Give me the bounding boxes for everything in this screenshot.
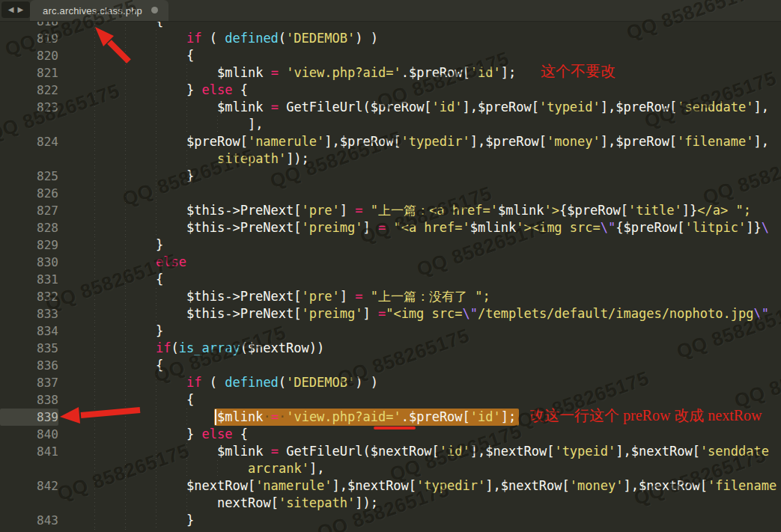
code-text: $this->PreNext['preimg'] = "<a href='$ml… bbox=[186, 219, 769, 236]
code-line[interactable]: 822} else { bbox=[0, 82, 781, 99]
indent-guide bbox=[125, 340, 126, 357]
line-number[interactable]: 830 bbox=[0, 254, 58, 271]
line-number[interactable]: 835 bbox=[0, 340, 58, 357]
line-number[interactable] bbox=[0, 495, 58, 512]
tab-arc-archives-class-php[interactable]: arc.archives.class.php bbox=[30, 0, 168, 21]
code-area[interactable]: 818{819if ( defined('DEDEMOB') )820{821$… bbox=[0, 0, 781, 532]
code-line[interactable]: 832$this->PreNext['pre'] = "上一篇：没有了 "; bbox=[0, 288, 781, 305]
line-number[interactable]: 833 bbox=[0, 305, 58, 322]
indent-guide bbox=[94, 185, 95, 202]
code-line[interactable]: arcrank'], bbox=[0, 460, 781, 477]
line-number[interactable] bbox=[0, 460, 58, 477]
line-number[interactable]: 843 bbox=[0, 512, 58, 529]
indent-guide bbox=[125, 116, 126, 133]
code-line[interactable]: 836{ bbox=[0, 357, 781, 374]
code-line[interactable]: 824$preRow['namerule'],$preRow['typedir'… bbox=[0, 133, 781, 150]
indent-guide bbox=[156, 391, 156, 409]
indent-guide bbox=[94, 357, 95, 374]
line-number[interactable]: 832 bbox=[0, 288, 58, 305]
code-line[interactable]: 833$this->PreNext['preimg'] ="<img src=\… bbox=[0, 305, 781, 322]
code-text: if ( defined('DEDEMOB') ) bbox=[186, 374, 378, 391]
code-line[interactable]: 835if(is_array($nextRow)) bbox=[0, 340, 781, 357]
line-number[interactable]: 836 bbox=[0, 357, 58, 374]
code-line[interactable]: 834} bbox=[0, 322, 781, 340]
indent-guide bbox=[186, 443, 187, 460]
code-line[interactable]: 819if ( defined('DEDEMOB') ) bbox=[0, 30, 781, 47]
line-number[interactable]: 824 bbox=[0, 133, 58, 150]
line-number[interactable]: 823 bbox=[0, 99, 58, 116]
code-text: { bbox=[186, 47, 194, 64]
code-line[interactable]: 840} else { bbox=[0, 426, 781, 443]
line-number[interactable]: 828 bbox=[0, 219, 58, 236]
indent-guide bbox=[156, 150, 156, 168]
code-line[interactable]: 843} bbox=[0, 512, 781, 529]
indent-guide bbox=[94, 271, 95, 288]
indent-guide bbox=[94, 202, 95, 219]
indent-guide bbox=[186, 150, 187, 168]
line-number[interactable]: 834 bbox=[0, 322, 58, 340]
indent-guide bbox=[125, 99, 126, 116]
indent-guide bbox=[156, 116, 156, 133]
code-text: } bbox=[186, 168, 194, 185]
code-line[interactable]: 826 bbox=[0, 185, 781, 202]
code-line[interactable]: 827$this->PreNext['pre'] = "上一篇：<a href=… bbox=[0, 202, 781, 219]
code-line[interactable]: 820{ bbox=[0, 47, 781, 64]
indent-guide bbox=[125, 288, 126, 305]
code-line[interactable]: 828$this->PreNext['preimg'] = "<a href='… bbox=[0, 219, 781, 236]
line-number[interactable]: 839 bbox=[0, 409, 58, 426]
code-text: $nextRow['namerule'],$nextRow['typedir']… bbox=[186, 477, 777, 495]
line-number[interactable]: 844 bbox=[0, 529, 58, 532]
code-text: $mlink = 'view.php?aid='.$preRow['id']; bbox=[217, 64, 516, 82]
line-number[interactable]: 831 bbox=[0, 271, 58, 288]
line-number[interactable]: 825 bbox=[0, 168, 58, 185]
indent-guide bbox=[156, 219, 156, 236]
indent-guide bbox=[125, 185, 126, 202]
code-line[interactable]: 841$mlink = GetFileUrl($nextRow['id'],$n… bbox=[0, 443, 781, 460]
code-line[interactable]: 831{ bbox=[0, 271, 781, 288]
indent-guide bbox=[156, 460, 156, 477]
text-caret bbox=[215, 409, 216, 425]
code-line[interactable]: 821$mlink = 'view.php?aid='.$preRow['id'… bbox=[0, 64, 781, 82]
indent-guide bbox=[94, 82, 95, 99]
indent-guide bbox=[156, 99, 156, 116]
code-line[interactable]: 823$mlink = GetFileUrl($preRow['id'],$pr… bbox=[0, 99, 781, 116]
line-number[interactable] bbox=[0, 116, 58, 133]
indent-guide bbox=[125, 495, 126, 512]
code-line[interactable]: sitepath']); bbox=[0, 150, 781, 168]
indent-guide bbox=[94, 460, 95, 477]
code-line[interactable]: 844 bbox=[0, 529, 781, 532]
line-number[interactable]: 826 bbox=[0, 185, 58, 202]
code-text: $this->PreNext['pre'] = "上一篇：<a href='$m… bbox=[186, 202, 751, 219]
code-line[interactable]: 837if ( defined('DEDEMOB') ) bbox=[0, 374, 781, 391]
indent-guide bbox=[125, 460, 126, 477]
line-number[interactable]: 822 bbox=[0, 82, 58, 99]
line-number[interactable]: 820 bbox=[0, 47, 58, 64]
code-line[interactable]: 825} bbox=[0, 168, 781, 185]
line-number[interactable]: 841 bbox=[0, 443, 58, 460]
code-line[interactable]: ], bbox=[0, 116, 781, 133]
line-number[interactable]: 821 bbox=[0, 64, 58, 82]
code-line[interactable]: nextRow['sitepath']); bbox=[0, 495, 781, 512]
indent-guide bbox=[94, 340, 95, 357]
line-number[interactable]: 819 bbox=[0, 30, 58, 47]
nav-back-icon[interactable]: ◀ bbox=[8, 6, 14, 13]
code-line[interactable]: 842$nextRow['namerule'],$nextRow['typedi… bbox=[0, 477, 781, 495]
indent-guide bbox=[94, 30, 95, 47]
code-line[interactable]: 830else bbox=[0, 254, 781, 271]
line-number[interactable]: 827 bbox=[0, 202, 58, 219]
indent-guide bbox=[94, 64, 95, 82]
line-number[interactable]: 829 bbox=[0, 236, 58, 254]
line-number[interactable]: 840 bbox=[0, 426, 58, 443]
line-number[interactable] bbox=[0, 150, 58, 168]
indent-guide bbox=[94, 374, 95, 391]
indent-guide bbox=[94, 99, 95, 116]
indent-guide bbox=[156, 409, 156, 426]
indent-guide bbox=[94, 322, 95, 340]
line-number[interactable]: 838 bbox=[0, 391, 58, 409]
line-number[interactable]: 842 bbox=[0, 477, 58, 495]
code-line[interactable]: 829} bbox=[0, 236, 781, 254]
annotation-dont-change: 这个不要改 bbox=[541, 61, 616, 82]
line-number[interactable]: 837 bbox=[0, 374, 58, 391]
nav-forward-icon[interactable]: ▶ bbox=[18, 6, 24, 13]
indent-guide bbox=[125, 529, 126, 532]
